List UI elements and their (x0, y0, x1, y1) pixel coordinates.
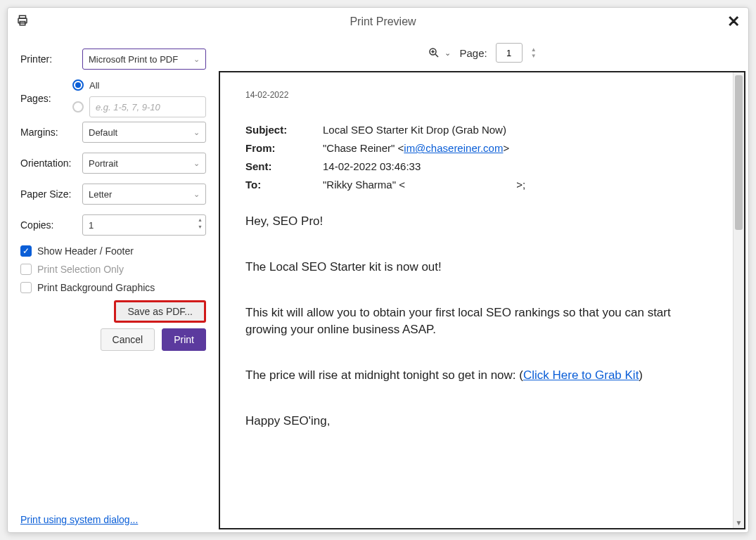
paper-size-label: Paper Size: (20, 188, 82, 200)
show-header-label: Show Header / Footer (37, 245, 134, 257)
chevron-down-icon: ⌄ (444, 49, 451, 58)
scrollbar-thumb[interactable] (735, 75, 743, 230)
paper-size-value: Letter (89, 189, 112, 200)
from-value: "Chase Reiner" <im@chasereiner.com> (323, 141, 509, 156)
print-icon (16, 14, 39, 29)
print-preview-dialog: Print Preview ✕ Printer: Microsoft Print… (7, 7, 749, 533)
cancel-button[interactable]: Cancel (101, 328, 155, 351)
sent-label: Sent: (245, 159, 323, 174)
body-p3: This kit will allow you to obtain your f… (245, 304, 707, 339)
print-system-dialog-link[interactable]: Print using system dialog... (20, 514, 138, 525)
document-date: 14-02-2022 (245, 89, 707, 101)
save-as-pdf-button[interactable]: Save as PDF... (114, 300, 206, 323)
chevron-down-icon: ⌄ (193, 128, 200, 137)
from-label: From: (245, 141, 323, 156)
printer-select[interactable]: Microsoft Print to PDF ⌄ (82, 49, 206, 70)
zoom-icon (428, 46, 440, 59)
chevron-down-icon: ⌄ (193, 190, 200, 199)
chevron-down-icon: ⌄ (193, 159, 200, 168)
orientation-value: Portrait (89, 158, 118, 169)
body-p1: Hey, SEO Pro! (245, 213, 707, 231)
copies-spinner[interactable]: ▲▼ (198, 217, 203, 231)
titlebar: Print Preview ✕ (8, 8, 748, 36)
to-label: To: (245, 177, 323, 193)
copies-value[interactable] (89, 220, 200, 231)
subject-label: Subject: (245, 122, 323, 138)
subject-value: Local SEO Starter Kit Drop (Grab Now) (323, 122, 506, 138)
print-selection-checkbox (20, 264, 32, 275)
from-email-link[interactable]: im@chasereiner.com (404, 142, 503, 154)
document-page: 14-02-2022 Subject: Local SEO Starter Ki… (220, 72, 733, 528)
orientation-select[interactable]: Portrait ⌄ (82, 153, 206, 174)
printer-label: Printer: (20, 53, 82, 65)
copies-label: Copies: (20, 219, 82, 231)
pages-all-label: All (89, 80, 99, 91)
zoom-dropdown[interactable]: ⌄ (428, 46, 451, 59)
preview-container: 14-02-2022 Subject: Local SEO Starter Ki… (219, 71, 745, 529)
margins-select[interactable]: Default ⌄ (82, 122, 206, 143)
margins-value: Default (89, 127, 117, 138)
email-headers: Subject: Local SEO Starter Kit Drop (Gra… (245, 122, 707, 192)
paper-size-select[interactable]: Letter ⌄ (82, 184, 206, 205)
pages-label: Pages: (20, 93, 72, 104)
page-number-input[interactable] (496, 43, 523, 63)
dialog-title: Print Preview (39, 15, 727, 28)
preview-area: ⌄ Page: ▲▼ 14-02-2022 Subject: Local SEO… (219, 36, 748, 532)
preview-scrollbar[interactable]: ▼ (733, 72, 744, 528)
pages-all-radio[interactable] (72, 79, 84, 91)
grab-kit-link[interactable]: Click Here to Grab Kit (523, 368, 639, 382)
page-label: Page: (459, 47, 487, 59)
svg-line-4 (436, 54, 439, 57)
email-body: Hey, SEO Pro! The Local SEO Starter kit … (245, 213, 707, 430)
pages-range-radio[interactable] (72, 101, 84, 112)
body-p4: The price will rise at midnight tonight … (245, 367, 707, 385)
body-p2: The Local SEO Starter kit is now out! (245, 259, 707, 276)
preview-toolbar: ⌄ Page: ▲▼ (219, 39, 745, 67)
close-button[interactable]: ✕ (727, 13, 740, 31)
pages-range-input[interactable] (89, 96, 206, 117)
copies-input[interactable]: ▲▼ (82, 214, 206, 236)
printer-value: Microsoft Print to PDF (89, 54, 178, 65)
sent-value: 14-02-2022 03:46:33 (323, 159, 421, 174)
orientation-label: Orientation: (20, 158, 82, 169)
body-p5: Happy SEO'ing, (245, 413, 707, 430)
page-spinner[interactable]: ▲▼ (531, 46, 537, 59)
show-header-checkbox[interactable]: ✓ (20, 245, 32, 257)
chevron-down-icon: ⌄ (193, 55, 200, 64)
print-button[interactable]: Print (162, 328, 206, 351)
print-background-label: Print Background Graphics (37, 282, 155, 293)
scrollbar-down-icon[interactable]: ▼ (733, 519, 744, 527)
margins-label: Margins: (20, 127, 82, 138)
print-options-sidebar: Printer: Microsoft Print to PDF ⌄ Pages:… (8, 36, 219, 532)
print-selection-label: Print Selection Only (37, 264, 124, 275)
print-background-checkbox[interactable] (20, 282, 32, 293)
to-value: "Rikky Sharma" < >; (323, 177, 525, 193)
